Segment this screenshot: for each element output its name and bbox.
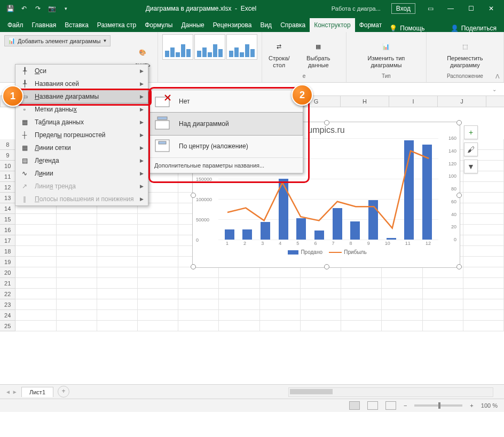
- cell[interactable]: [463, 235, 504, 246]
- cell[interactable]: [260, 299, 301, 310]
- maximize-icon[interactable]: ☐: [461, 1, 481, 17]
- cell[interactable]: [138, 310, 178, 321]
- cell[interactable]: [463, 289, 504, 299]
- row-header[interactable]: 21: [0, 278, 15, 289]
- chart-style-1[interactable]: [162, 34, 193, 60]
- cell[interactable]: [423, 289, 463, 299]
- cell[interactable]: [341, 310, 382, 321]
- cell[interactable]: [382, 278, 422, 289]
- menu-data-table[interactable]: ▦Таблица данных▶: [15, 116, 148, 129]
- cell[interactable]: [341, 289, 382, 299]
- cell[interactable]: [15, 278, 56, 289]
- view-normal-icon[interactable]: [349, 401, 360, 410]
- tab-file[interactable]: Файл: [3, 18, 28, 32]
- cell[interactable]: [219, 267, 259, 278]
- cell[interactable]: [15, 257, 56, 267]
- row-header[interactable]: 22: [0, 289, 15, 299]
- cell[interactable]: [260, 267, 301, 278]
- cell[interactable]: [57, 321, 97, 331]
- row-header[interactable]: 25: [0, 321, 15, 331]
- formula-expand-icon[interactable]: ⌄: [492, 86, 497, 92]
- view-layout-icon[interactable]: [367, 401, 378, 410]
- cell[interactable]: [97, 246, 138, 257]
- cell[interactable]: [97, 225, 138, 235]
- col-header-J[interactable]: J: [438, 96, 486, 107]
- cell[interactable]: [138, 257, 178, 267]
- cell[interactable]: [423, 310, 463, 321]
- cell[interactable]: [15, 321, 56, 331]
- cell[interactable]: [57, 246, 97, 257]
- cell[interactable]: [57, 267, 97, 278]
- cell[interactable]: [15, 299, 56, 310]
- cell[interactable]: [138, 235, 178, 246]
- sheet-nav-icons[interactable]: ◄ ►: [5, 389, 18, 395]
- cell[interactable]: [15, 267, 56, 278]
- menu-data-labels[interactable]: ▫Метки данных▶: [15, 103, 148, 116]
- menu-chart-title[interactable]: ▭Название диаграммы▶: [15, 90, 148, 104]
- cell[interactable]: [178, 278, 219, 289]
- cell[interactable]: [97, 235, 138, 246]
- cell[interactable]: [178, 299, 219, 310]
- horizontal-scrollbar[interactable]: [288, 387, 493, 397]
- row-header[interactable]: 15: [0, 214, 15, 225]
- cell[interactable]: [138, 246, 178, 257]
- chart-style-3[interactable]: [226, 34, 257, 60]
- col-header-K[interactable]: K: [486, 96, 504, 107]
- cell[interactable]: [57, 299, 97, 310]
- cell[interactable]: [260, 321, 301, 331]
- cell[interactable]: [382, 289, 422, 299]
- tab-data[interactable]: Данные: [177, 18, 208, 32]
- chart-style-2[interactable]: [194, 34, 225, 60]
- cell[interactable]: [138, 321, 178, 331]
- cell[interactable]: [463, 203, 504, 214]
- cell[interactable]: [341, 267, 382, 278]
- cell[interactable]: [138, 299, 178, 310]
- cell[interactable]: [57, 310, 97, 321]
- zoom-out-icon[interactable]: −: [404, 402, 407, 409]
- cell[interactable]: [178, 321, 219, 331]
- tab-review[interactable]: Рецензирова: [209, 18, 256, 32]
- cell[interactable]: [219, 299, 259, 310]
- menu-error-bars[interactable]: ┼Пределы погрешностей▶: [15, 129, 148, 141]
- row-header[interactable]: 8: [0, 139, 15, 150]
- cell[interactable]: [97, 278, 138, 289]
- select-data-button[interactable]: ▦Выбрать данные: [295, 38, 342, 69]
- tell-me[interactable]: 💡Помощь: [389, 25, 424, 32]
- cell[interactable]: [301, 267, 341, 278]
- cell[interactable]: [423, 278, 463, 289]
- cell[interactable]: [301, 310, 341, 321]
- cell[interactable]: [97, 267, 138, 278]
- ribbon-options-icon[interactable]: ▭: [421, 1, 440, 17]
- cell[interactable]: [341, 321, 382, 331]
- camera-icon[interactable]: 📷: [47, 4, 57, 13]
- submenu-none[interactable]: Нет: [148, 90, 303, 113]
- view-pagebreak-icon[interactable]: [385, 401, 396, 410]
- qat-more-icon[interactable]: ▾: [61, 4, 70, 13]
- col-header-I[interactable]: I: [389, 96, 438, 107]
- row-header[interactable]: 24: [0, 310, 15, 321]
- cell[interactable]: [219, 289, 259, 299]
- redo-icon[interactable]: ↷: [33, 4, 43, 13]
- tab-format[interactable]: Формат: [355, 18, 387, 32]
- tab-formulas[interactable]: Формулы: [140, 18, 177, 32]
- cell[interactable]: [57, 289, 97, 299]
- chart-plus-button[interactable]: +: [464, 125, 478, 139]
- cell[interactable]: [301, 321, 341, 331]
- switch-row-col-button[interactable]: ⇄Строка/стол: [266, 38, 292, 69]
- row-header[interactable]: 9: [0, 150, 15, 161]
- cell[interactable]: [15, 246, 56, 257]
- cell[interactable]: [463, 267, 504, 278]
- menu-axis-titles[interactable]: ╀Названия осей▶: [15, 77, 148, 90]
- col-header-H[interactable]: H: [341, 96, 389, 107]
- cell[interactable]: [382, 310, 422, 321]
- add-sheet-button[interactable]: +: [58, 386, 69, 398]
- cell[interactable]: [341, 299, 382, 310]
- cell[interactable]: [219, 278, 259, 289]
- cell[interactable]: [97, 257, 138, 267]
- cell[interactable]: [57, 214, 97, 225]
- cell[interactable]: [15, 214, 56, 225]
- cell[interactable]: [301, 299, 341, 310]
- cell[interactable]: [382, 321, 422, 331]
- cell[interactable]: [178, 310, 219, 321]
- tab-layout[interactable]: Разметка стр: [93, 18, 140, 32]
